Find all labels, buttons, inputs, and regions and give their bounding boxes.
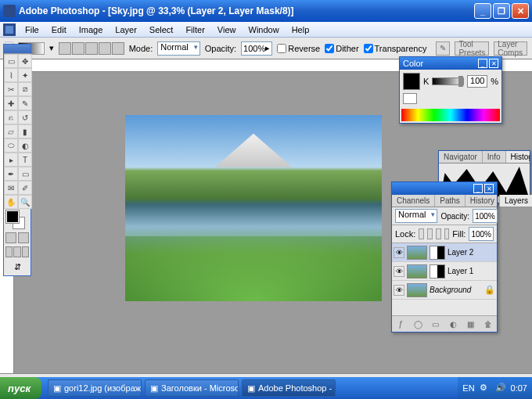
new-layer-icon[interactable]: ▦ (465, 318, 476, 329)
brush-dock-icon[interactable]: ✎ (436, 41, 450, 56)
reverse-checkbox[interactable]: Reverse (277, 44, 320, 53)
layer-comps-well[interactable]: Layer Comps (494, 41, 527, 56)
hand-tool[interactable]: ✋ (4, 195, 18, 209)
folder-icon[interactable]: ▭ (430, 318, 441, 329)
path-tool[interactable]: ▸ (4, 153, 18, 167)
crop-tool[interactable]: ✂ (4, 82, 18, 96)
lock-position-icon[interactable] (436, 228, 441, 239)
history-brush-tool[interactable]: ↺ (18, 110, 32, 124)
menu-image[interactable]: Image (73, 23, 110, 36)
gradient-reflected[interactable] (99, 42, 111, 55)
tool-presets-well[interactable]: Tool Presets (455, 41, 489, 56)
tab-info[interactable]: Info (483, 151, 506, 163)
k-slider[interactable] (432, 77, 464, 85)
menu-edit[interactable]: Edit (45, 23, 73, 36)
taskbar-item[interactable]: ▣ gori12.jpg (изображ... (48, 379, 142, 397)
document-image[interactable] (125, 115, 382, 301)
gradient-diamond[interactable] (112, 42, 124, 55)
screen-mode-3[interactable] (22, 246, 29, 257)
layer-blend-select[interactable]: Normal (395, 209, 437, 223)
maximize-button[interactable]: ❐ (493, 3, 510, 19)
lasso-tool[interactable]: ⌇ (4, 68, 18, 82)
minimize-button[interactable]: _ (474, 3, 491, 19)
menu-window[interactable]: Window (243, 23, 286, 36)
menu-view[interactable]: View (211, 23, 243, 36)
layer-name[interactable]: Layer 1 (448, 267, 495, 275)
imageready-icon[interactable]: ⇵ (4, 259, 31, 275)
lock-pixels-icon[interactable] (427, 228, 433, 239)
visibility-icon[interactable]: 👁 (394, 266, 404, 277)
menu-help[interactable]: Help (286, 23, 316, 36)
taskbar-item[interactable]: ▣ Adobe Photoshop - [... (242, 379, 336, 397)
standard-mode-icon[interactable] (5, 232, 16, 243)
slice-tool[interactable]: ⧄ (18, 82, 32, 96)
shape-tool[interactable]: ▭ (18, 167, 32, 181)
blend-mode-select[interactable]: Normal (157, 41, 200, 56)
dither-checkbox[interactable]: Dither (325, 44, 358, 53)
heal-tool[interactable]: ✚ (4, 96, 18, 110)
layers-panel-min-icon[interactable]: _ (473, 184, 483, 193)
screen-mode-2[interactable] (13, 246, 20, 257)
brush-tool[interactable]: ✎ (18, 96, 32, 110)
notes-tool[interactable]: ✉ (4, 181, 18, 195)
layer-row[interactable]: 👁 Layer 2 (392, 243, 497, 262)
eyedropper-tool[interactable]: ✐ (18, 181, 32, 195)
quickmask-mode-icon[interactable] (18, 232, 29, 243)
layer-name[interactable]: Layer 2 (448, 248, 495, 257)
eraser-tool[interactable]: ▱ (4, 124, 18, 138)
close-button[interactable]: ✕ (512, 3, 529, 19)
gradient-radial[interactable] (72, 42, 84, 55)
mask-icon[interactable]: ◯ (412, 318, 423, 329)
layer-name[interactable]: Background (430, 286, 482, 294)
layer-thumbnail[interactable] (407, 283, 427, 297)
dodge-tool[interactable]: ◐ (18, 138, 32, 153)
spectrum-bar[interactable] (401, 109, 500, 121)
tab-history[interactable]: History (466, 195, 500, 207)
adjust-icon[interactable]: ◐ (448, 318, 458, 329)
type-tool[interactable]: T (18, 153, 32, 167)
panel-close-icon[interactable]: ✕ (489, 59, 498, 68)
tray-icon[interactable]: ⚙ (480, 383, 491, 394)
menu-filter[interactable]: Filter (179, 23, 210, 36)
visibility-icon[interactable]: 👁 (394, 285, 404, 296)
gradient-linear[interactable] (59, 42, 71, 55)
gradient-angle[interactable] (85, 42, 98, 55)
marquee-tool[interactable]: ▭ (4, 54, 18, 68)
panel-minimize-icon[interactable]: _ (478, 59, 487, 68)
layer-thumbnail[interactable] (407, 264, 427, 279)
menu-select[interactable]: Select (143, 23, 180, 36)
gradient-arrow-icon[interactable]: ▾ (49, 43, 54, 53)
screen-mode-1[interactable] (5, 246, 13, 257)
start-button[interactable]: пуск (0, 377, 41, 399)
opacity-input[interactable]: 100% ▸ (241, 41, 272, 56)
move-tool[interactable]: ✥ (18, 54, 32, 68)
pen-tool[interactable]: ✒ (4, 167, 18, 181)
layer-thumbnail[interactable] (407, 246, 427, 260)
fx-icon[interactable]: ƒ (395, 318, 406, 329)
layer-mask-thumbnail[interactable] (430, 246, 445, 260)
layer-row[interactable]: 👁 Background 🔒 (392, 281, 497, 300)
layer-row[interactable]: 👁 Layer 1 (392, 262, 497, 281)
color-bg-swatch[interactable] (403, 93, 417, 104)
menu-file[interactable]: File (19, 23, 45, 36)
lock-all-icon[interactable] (444, 228, 450, 239)
tab-paths[interactable]: Paths (435, 195, 466, 207)
stamp-tool[interactable]: ⎌ (4, 110, 18, 124)
zoom-tool[interactable]: 🔍 (18, 195, 32, 209)
transparency-checkbox[interactable]: Transparency (364, 44, 427, 53)
blur-tool[interactable]: ⬭ (4, 138, 18, 153)
tray-icon[interactable]: 🔊 (495, 383, 506, 394)
taskbar-item[interactable]: ▣ Заголовки - Microsof... (145, 379, 239, 397)
tab-histogram[interactable]: Histogram (506, 151, 531, 163)
trash-icon[interactable]: 🗑 (483, 318, 494, 329)
tab-navigator[interactable]: Navigator (439, 151, 483, 163)
wand-tool[interactable]: ✦ (18, 68, 32, 82)
toolbox-titlebar[interactable] (4, 45, 31, 54)
lang-indicator[interactable]: EN (462, 383, 474, 393)
clock[interactable]: 0:07 (511, 383, 527, 393)
menu-layer[interactable]: Layer (109, 23, 143, 36)
layer-opacity-input[interactable]: 100% (473, 209, 498, 223)
lock-transparency-icon[interactable] (419, 228, 424, 239)
visibility-icon[interactable]: 👁 (394, 247, 404, 258)
foreground-color[interactable] (6, 210, 19, 223)
